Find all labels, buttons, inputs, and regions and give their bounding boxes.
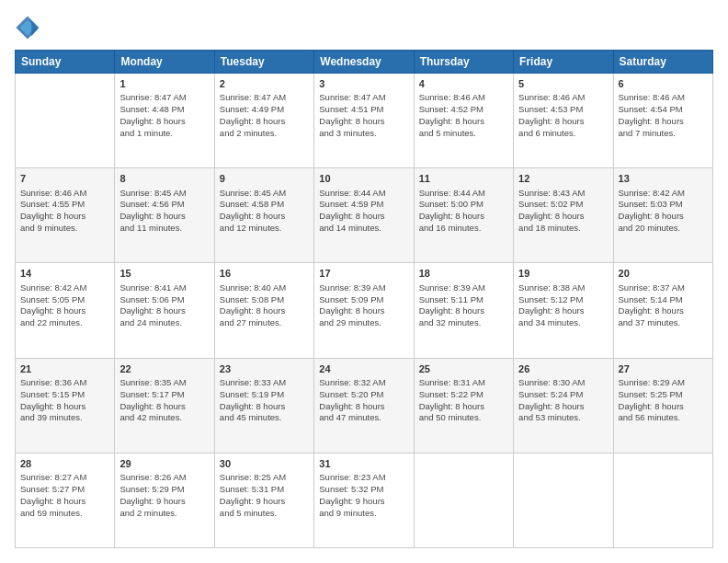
day-info: Sunrise: 8:33 AM Sunset: 5:19 PM Dayligh… bbox=[220, 377, 309, 424]
calendar-cell: 28Sunrise: 8:27 AM Sunset: 5:27 PM Dayli… bbox=[16, 453, 115, 547]
calendar-cell: 24Sunrise: 8:32 AM Sunset: 5:20 PM Dayli… bbox=[314, 358, 414, 453]
day-number: 4 bbox=[419, 77, 508, 91]
day-number: 20 bbox=[619, 267, 708, 281]
day-info: Sunrise: 8:44 AM Sunset: 5:00 PM Dayligh… bbox=[419, 188, 508, 235]
calendar-cell: 6Sunrise: 8:46 AM Sunset: 4:54 PM Daylig… bbox=[613, 74, 712, 168]
calendar-week-row: 21Sunrise: 8:36 AM Sunset: 5:15 PM Dayli… bbox=[16, 358, 713, 453]
day-info: Sunrise: 8:42 AM Sunset: 5:05 PM Dayligh… bbox=[20, 282, 109, 329]
day-number: 8 bbox=[119, 172, 209, 186]
day-number: 17 bbox=[319, 267, 408, 281]
calendar-cell: 9Sunrise: 8:45 AM Sunset: 4:58 PM Daylig… bbox=[214, 168, 313, 263]
day-number: 1 bbox=[119, 77, 209, 91]
calendar-cell: 12Sunrise: 8:43 AM Sunset: 5:02 PM Dayli… bbox=[514, 168, 613, 263]
day-number: 18 bbox=[419, 267, 508, 281]
logo-icon bbox=[15, 15, 40, 40]
day-number: 28 bbox=[20, 457, 109, 471]
day-number: 29 bbox=[119, 457, 209, 471]
day-info: Sunrise: 8:38 AM Sunset: 5:12 PM Dayligh… bbox=[518, 282, 608, 329]
calendar-cell: 23Sunrise: 8:33 AM Sunset: 5:19 PM Dayli… bbox=[214, 358, 313, 453]
day-info: Sunrise: 8:46 AM Sunset: 4:52 PM Dayligh… bbox=[419, 92, 508, 139]
calendar-cell: 26Sunrise: 8:30 AM Sunset: 5:24 PM Dayli… bbox=[514, 358, 613, 453]
calendar-cell: 7Sunrise: 8:46 AM Sunset: 4:55 PM Daylig… bbox=[16, 168, 115, 263]
calendar-cell bbox=[613, 453, 712, 547]
day-info: Sunrise: 8:30 AM Sunset: 5:24 PM Dayligh… bbox=[518, 377, 608, 424]
day-info: Sunrise: 8:25 AM Sunset: 5:31 PM Dayligh… bbox=[220, 472, 309, 519]
calendar-cell: 1Sunrise: 8:47 AM Sunset: 4:48 PM Daylig… bbox=[115, 74, 214, 168]
day-info: Sunrise: 8:47 AM Sunset: 4:49 PM Dayligh… bbox=[220, 92, 309, 139]
calendar-week-row: 1Sunrise: 8:47 AM Sunset: 4:48 PM Daylig… bbox=[16, 74, 713, 168]
day-info: Sunrise: 8:47 AM Sunset: 4:48 PM Dayligh… bbox=[119, 92, 209, 139]
day-info: Sunrise: 8:47 AM Sunset: 4:51 PM Dayligh… bbox=[319, 92, 408, 139]
calendar-cell: 4Sunrise: 8:46 AM Sunset: 4:52 PM Daylig… bbox=[414, 74, 513, 168]
calendar-cell: 14Sunrise: 8:42 AM Sunset: 5:05 PM Dayli… bbox=[16, 263, 115, 358]
calendar-cell: 5Sunrise: 8:46 AM Sunset: 4:53 PM Daylig… bbox=[514, 74, 613, 168]
day-number: 19 bbox=[518, 267, 608, 281]
day-number: 26 bbox=[518, 362, 608, 376]
day-info: Sunrise: 8:26 AM Sunset: 5:29 PM Dayligh… bbox=[119, 472, 209, 519]
day-info: Sunrise: 8:37 AM Sunset: 5:14 PM Dayligh… bbox=[619, 282, 708, 329]
day-number: 3 bbox=[319, 77, 408, 91]
calendar-cell: 31Sunrise: 8:23 AM Sunset: 5:32 PM Dayli… bbox=[314, 453, 414, 547]
calendar-cell: 11Sunrise: 8:44 AM Sunset: 5:00 PM Dayli… bbox=[414, 168, 513, 263]
calendar-cell bbox=[514, 453, 613, 547]
day-info: Sunrise: 8:32 AM Sunset: 5:20 PM Dayligh… bbox=[319, 377, 408, 424]
day-info: Sunrise: 8:46 AM Sunset: 4:53 PM Dayligh… bbox=[518, 92, 608, 139]
calendar-cell: 3Sunrise: 8:47 AM Sunset: 4:51 PM Daylig… bbox=[314, 74, 414, 168]
header-monday: Monday bbox=[115, 51, 214, 74]
calendar-cell bbox=[414, 453, 513, 547]
header bbox=[15, 15, 713, 40]
day-number: 9 bbox=[220, 172, 309, 186]
day-number: 6 bbox=[619, 77, 708, 91]
day-info: Sunrise: 8:40 AM Sunset: 5:08 PM Dayligh… bbox=[220, 282, 309, 329]
calendar-cell: 16Sunrise: 8:40 AM Sunset: 5:08 PM Dayli… bbox=[214, 263, 313, 358]
logo bbox=[15, 15, 44, 40]
day-info: Sunrise: 8:43 AM Sunset: 5:02 PM Dayligh… bbox=[518, 188, 608, 235]
day-info: Sunrise: 8:41 AM Sunset: 5:06 PM Dayligh… bbox=[119, 282, 209, 329]
calendar-cell: 22Sunrise: 8:35 AM Sunset: 5:17 PM Dayli… bbox=[115, 358, 214, 453]
day-number: 24 bbox=[319, 362, 408, 376]
calendar-header-row: SundayMondayTuesdayWednesdayThursdayFrid… bbox=[16, 51, 713, 74]
day-info: Sunrise: 8:31 AM Sunset: 5:22 PM Dayligh… bbox=[419, 377, 508, 424]
calendar-table: SundayMondayTuesdayWednesdayThursdayFrid… bbox=[15, 50, 713, 548]
day-number: 11 bbox=[419, 172, 508, 186]
header-thursday: Thursday bbox=[414, 51, 513, 74]
header-tuesday: Tuesday bbox=[214, 51, 313, 74]
header-saturday: Saturday bbox=[613, 51, 712, 74]
day-number: 5 bbox=[518, 77, 608, 91]
calendar-cell: 8Sunrise: 8:45 AM Sunset: 4:56 PM Daylig… bbox=[115, 168, 214, 263]
calendar-cell: 13Sunrise: 8:42 AM Sunset: 5:03 PM Dayli… bbox=[613, 168, 712, 263]
calendar-cell: 25Sunrise: 8:31 AM Sunset: 5:22 PM Dayli… bbox=[414, 358, 513, 453]
day-number: 27 bbox=[619, 362, 708, 376]
day-info: Sunrise: 8:35 AM Sunset: 5:17 PM Dayligh… bbox=[119, 377, 209, 424]
calendar-cell: 20Sunrise: 8:37 AM Sunset: 5:14 PM Dayli… bbox=[613, 263, 712, 358]
day-number: 16 bbox=[220, 267, 309, 281]
calendar-cell: 17Sunrise: 8:39 AM Sunset: 5:09 PM Dayli… bbox=[314, 263, 414, 358]
day-number: 2 bbox=[220, 77, 309, 91]
day-info: Sunrise: 8:39 AM Sunset: 5:11 PM Dayligh… bbox=[419, 282, 508, 329]
calendar-week-row: 28Sunrise: 8:27 AM Sunset: 5:27 PM Dayli… bbox=[16, 453, 713, 547]
day-info: Sunrise: 8:23 AM Sunset: 5:32 PM Dayligh… bbox=[319, 472, 408, 519]
header-wednesday: Wednesday bbox=[314, 51, 414, 74]
day-info: Sunrise: 8:29 AM Sunset: 5:25 PM Dayligh… bbox=[619, 377, 708, 424]
day-info: Sunrise: 8:46 AM Sunset: 4:55 PM Dayligh… bbox=[20, 188, 109, 235]
calendar-cell: 29Sunrise: 8:26 AM Sunset: 5:29 PM Dayli… bbox=[115, 453, 214, 547]
calendar-cell: 27Sunrise: 8:29 AM Sunset: 5:25 PM Dayli… bbox=[613, 358, 712, 453]
calendar-cell: 19Sunrise: 8:38 AM Sunset: 5:12 PM Dayli… bbox=[514, 263, 613, 358]
calendar-week-row: 7Sunrise: 8:46 AM Sunset: 4:55 PM Daylig… bbox=[16, 168, 713, 263]
day-number: 30 bbox=[220, 457, 309, 471]
day-number: 15 bbox=[119, 267, 209, 281]
day-number: 25 bbox=[419, 362, 508, 376]
calendar-week-row: 14Sunrise: 8:42 AM Sunset: 5:05 PM Dayli… bbox=[16, 263, 713, 358]
day-info: Sunrise: 8:39 AM Sunset: 5:09 PM Dayligh… bbox=[319, 282, 408, 329]
day-number: 23 bbox=[220, 362, 309, 376]
day-number: 10 bbox=[319, 172, 408, 186]
day-number: 14 bbox=[20, 267, 109, 281]
day-number: 31 bbox=[319, 457, 408, 471]
day-info: Sunrise: 8:45 AM Sunset: 4:58 PM Dayligh… bbox=[220, 188, 309, 235]
page: SundayMondayTuesdayWednesdayThursdayFrid… bbox=[0, 0, 728, 563]
calendar-cell bbox=[16, 74, 115, 168]
day-info: Sunrise: 8:27 AM Sunset: 5:27 PM Dayligh… bbox=[20, 472, 109, 519]
header-sunday: Sunday bbox=[16, 51, 115, 74]
day-info: Sunrise: 8:46 AM Sunset: 4:54 PM Dayligh… bbox=[619, 92, 708, 139]
calendar-cell: 30Sunrise: 8:25 AM Sunset: 5:31 PM Dayli… bbox=[214, 453, 313, 547]
